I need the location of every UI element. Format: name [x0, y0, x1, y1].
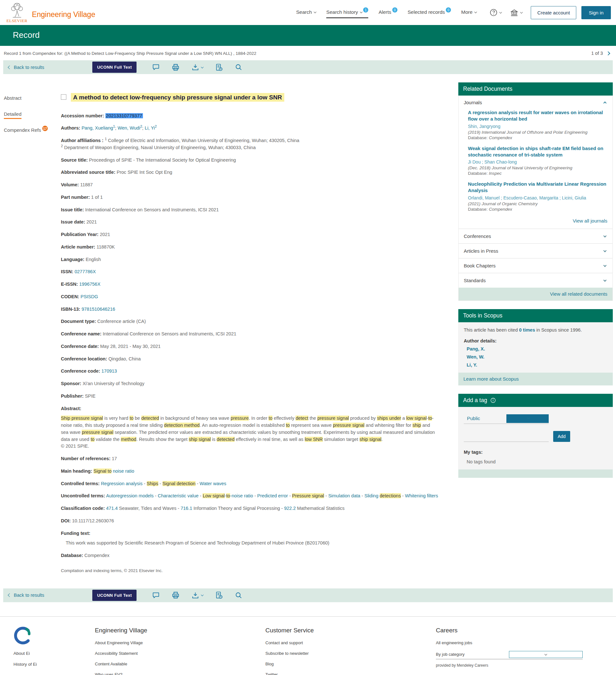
record-pager: 1 of 3	[591, 51, 610, 56]
create-account-button[interactable]: Create account	[531, 6, 576, 19]
job-category-select[interactable]: By job category	[436, 651, 583, 659]
related-section-book-chapters[interactable]: Book Chapters	[459, 258, 612, 273]
related-section-conferences[interactable]: Conferences	[459, 229, 612, 243]
footer-link-twitter[interactable]: Twitter	[265, 672, 278, 675]
scopus-author-link[interactable]: Li, Y.	[464, 362, 477, 368]
term-link[interactable]: Water waves	[200, 481, 226, 486]
related-doc-authors-link[interactable]: Ji Dou ; Shan Chao-long	[468, 159, 517, 164]
term-link[interactable]: Autoregression models	[106, 493, 154, 498]
institution-menu[interactable]	[510, 8, 522, 17]
footer-link-all-engineering-jobs[interactable]: All engineering jobs	[436, 641, 472, 645]
tag-input[interactable]	[464, 434, 549, 442]
field-value: Compendex	[84, 553, 109, 558]
related-doc-title-link[interactable]: A regression analysis result for water w…	[468, 109, 607, 123]
add-tag-button[interactable]: Add	[553, 431, 570, 442]
back-to-results-link[interactable]: Back to results	[8, 593, 44, 598]
term-link[interactable]: Pang, Xueliang	[81, 125, 113, 131]
view-all-related-link[interactable]: View all related documents	[550, 291, 607, 297]
learn-more-scopus-link[interactable]: Learn more about Scopus	[463, 376, 519, 382]
document-clock-icon[interactable]	[215, 63, 223, 72]
nav-search-history[interactable]: Search history1	[326, 9, 368, 18]
related-doc-authors-link[interactable]: Shin, Jangryong	[468, 124, 500, 129]
select-record-checkbox[interactable]	[61, 94, 66, 100]
sign-in-button[interactable]: Sign in	[582, 6, 611, 19]
term-link[interactable]: Simulation data	[328, 493, 360, 498]
footer-link-contact-and-support[interactable]: Contact and support	[265, 641, 303, 645]
term-link[interactable]: Signal to noise ratio	[94, 468, 134, 474]
tab-detailed[interactable]: Detailed	[4, 111, 21, 119]
footer-link-blog[interactable]: Blog	[265, 662, 274, 666]
related-doc-title-link[interactable]: Nucleophilicity Prediction via Multivari…	[468, 181, 607, 194]
tab-abstract[interactable]: Abstract	[4, 95, 21, 103]
search-icon[interactable]	[235, 591, 243, 599]
print-icon[interactable]	[171, 63, 180, 72]
field-value-text: Department of Weapon Engineering, Naval …	[63, 145, 256, 150]
header-icons	[490, 8, 522, 17]
tag-input-row: Add	[464, 431, 607, 442]
term-link[interactable]: Regression analysis	[101, 481, 143, 486]
term-link[interactable]: Ships	[147, 481, 158, 486]
print-icon[interactable]	[171, 591, 180, 599]
term-link[interactable]: 170913	[102, 368, 117, 374]
footer-link-accessibility-statement[interactable]: Accessibility Statement	[95, 651, 138, 656]
help-menu[interactable]	[490, 8, 502, 17]
nav-selected-records[interactable]: Selected records0	[408, 9, 451, 18]
footer-link-about-engineering-village[interactable]: About Engineering Village	[95, 641, 143, 645]
term-link[interactable]: Pressure signal	[292, 493, 324, 498]
search-icon[interactable]	[235, 63, 243, 71]
nav-more[interactable]: More	[461, 9, 476, 18]
scopus-author-link[interactable]: Wen, W.	[464, 354, 484, 360]
field-value: Proc SPIE Int Soc Opt Eng	[117, 170, 172, 175]
field-label: Conference name:	[61, 331, 102, 336]
term-link[interactable]: Low signal-to-noise ratio	[202, 493, 253, 498]
related-doc-authors-link[interactable]: Orlandi, Manuel ; Escudero-Casao, Margar…	[468, 195, 586, 201]
uconn-full-text-button[interactable]: UCONN Full Text	[92, 590, 137, 601]
record-field-authors: Authors: Pang, Xueliang1; Wen, Wudi2; Li…	[61, 125, 439, 132]
tab-compendex-refs[interactable]: Compendex Refs17	[4, 127, 48, 135]
term-link[interactable]: Li, Yi	[145, 125, 155, 131]
term-link[interactable]: 0277786X	[75, 269, 96, 274]
related-section-standards[interactable]: Standards	[459, 273, 612, 288]
related-doc-title-link[interactable]: Weak signal detection in ships shaft-rat…	[468, 145, 607, 158]
scopus-author-link[interactable]: Pang, X.	[464, 346, 485, 352]
term-link[interactable]: 716.1	[180, 506, 192, 511]
top-header: ELSEVIER Engineering Village SearchSearc…	[0, 0, 616, 25]
uconn-full-text-button[interactable]: UCONN Full Text	[92, 62, 137, 73]
footer-link-who-uses-ev[interactable]: Who uses EV?	[95, 672, 122, 675]
term-link[interactable]: Signal detection	[163, 481, 195, 486]
journals-section-toggle[interactable]: Journals	[459, 95, 612, 108]
term-link[interactable]: Characteristic value	[158, 493, 198, 498]
field-label: Abstract:	[61, 405, 439, 412]
comment-icon[interactable]	[152, 591, 160, 599]
term-link[interactable]: 922.2	[284, 506, 295, 511]
term-link[interactable]: Wen, Wudi	[118, 125, 140, 131]
term-link[interactable]: 471.4	[106, 506, 118, 511]
nav-alerts[interactable]: Alerts0	[378, 9, 398, 18]
view-all-journals-link[interactable]: View all journals	[459, 216, 612, 229]
download-menu[interactable]	[191, 63, 203, 71]
back-to-results-link[interactable]: Back to results	[8, 65, 44, 70]
term-link[interactable]: 1996756X	[79, 282, 100, 287]
related-section-articles-in-press[interactable]: Articles in Press	[459, 243, 612, 258]
author-affiliation-number[interactable]: 2	[155, 125, 157, 129]
footer-link-subscribe-to-newsletter[interactable]: Subscribe to newsletter	[265, 651, 309, 656]
footer-link-content-available[interactable]: Content Available	[95, 662, 127, 666]
about-ei-link[interactable]: About Ei	[13, 651, 95, 656]
term-link[interactable]: Sliding detections	[364, 493, 401, 498]
term-link[interactable]: PSISDG	[80, 294, 98, 299]
tag-visibility-select[interactable]: Public	[464, 414, 549, 424]
document-clock-icon[interactable]	[215, 591, 223, 599]
nav-search[interactable]: Search	[296, 9, 316, 18]
download-menu[interactable]	[191, 591, 203, 599]
related-documents-body: Journals A regression analysis result fo…	[458, 95, 613, 301]
comment-icon[interactable]	[152, 63, 160, 71]
term-link[interactable]: Predicted error	[257, 493, 288, 498]
record-field-document-type: Document type: Conference article (CA)	[61, 318, 439, 325]
info-icon[interactable]	[491, 398, 496, 403]
brand-block[interactable]: ELSEVIER Engineering Village	[6, 2, 95, 23]
term-link[interactable]: 9781510646216	[81, 307, 115, 312]
cited-times-link[interactable]: 0 times	[519, 327, 535, 332]
next-record-icon[interactable]	[606, 51, 610, 56]
term-link[interactable]: Whitening filters	[405, 493, 438, 498]
history-of-ei-link[interactable]: History of Ei	[13, 662, 95, 667]
